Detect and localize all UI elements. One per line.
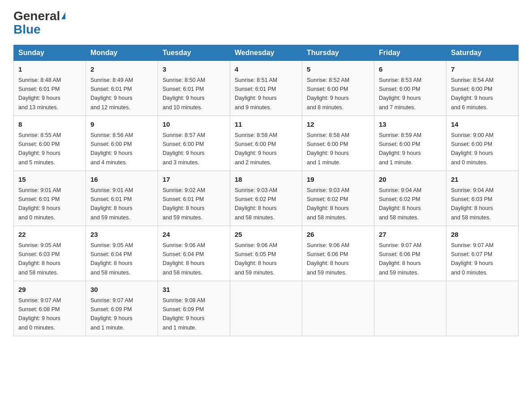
- calendar-cell: 26Sunrise: 9:06 AMSunset: 6:06 PMDayligh…: [302, 226, 374, 281]
- calendar-cell: [374, 281, 446, 336]
- calendar-cell: 25Sunrise: 9:06 AMSunset: 6:05 PMDayligh…: [230, 226, 302, 281]
- day-number: 1: [18, 64, 81, 75]
- calendar-cell: 30Sunrise: 9:07 AMSunset: 6:09 PMDayligh…: [86, 281, 158, 336]
- day-number: 2: [90, 64, 153, 75]
- day-info: Sunrise: 8:55 AMSunset: 6:00 PMDaylight:…: [18, 132, 61, 166]
- day-number: 5: [307, 64, 369, 75]
- logo-triangle-icon: [61, 12, 65, 19]
- day-info: Sunrise: 8:58 AMSunset: 6:00 PMDaylight:…: [235, 132, 277, 166]
- day-number: 15: [18, 175, 81, 185]
- page-header: General Blue: [13, 9, 519, 36]
- day-number: 12: [307, 120, 369, 130]
- calendar-week-row: 15Sunrise: 9:01 AMSunset: 6:01 PMDayligh…: [14, 171, 519, 226]
- day-number: 16: [90, 175, 153, 185]
- day-info: Sunrise: 8:52 AMSunset: 6:00 PMDaylight:…: [307, 77, 349, 111]
- day-info: Sunrise: 9:07 AMSunset: 6:07 PMDaylight:…: [451, 242, 493, 276]
- day-info: Sunrise: 8:51 AMSunset: 6:01 PMDaylight:…: [235, 77, 277, 111]
- calendar-cell: 3Sunrise: 8:50 AMSunset: 6:01 PMDaylight…: [158, 61, 230, 116]
- calendar-cell: 4Sunrise: 8:51 AMSunset: 6:01 PMDaylight…: [230, 61, 302, 116]
- calendar-header-row: SundayMondayTuesdayWednesdayThursdayFrid…: [14, 45, 519, 61]
- calendar-week-row: 1Sunrise: 8:48 AMSunset: 6:01 PMDaylight…: [14, 61, 519, 116]
- calendar-cell: 21Sunrise: 9:04 AMSunset: 6:03 PMDayligh…: [446, 171, 519, 226]
- calendar-cell: 28Sunrise: 9:07 AMSunset: 6:07 PMDayligh…: [446, 226, 519, 281]
- day-number: 23: [90, 230, 153, 240]
- day-info: Sunrise: 8:54 AMSunset: 6:00 PMDaylight:…: [451, 77, 493, 111]
- calendar-cell: 31Sunrise: 9:08 AMSunset: 6:09 PMDayligh…: [158, 281, 230, 336]
- day-info: Sunrise: 9:02 AMSunset: 6:01 PMDaylight:…: [163, 187, 205, 221]
- day-number: 20: [379, 175, 442, 185]
- day-info: Sunrise: 9:06 AMSunset: 6:06 PMDaylight:…: [307, 242, 349, 276]
- col-header-saturday: Saturday: [446, 45, 519, 61]
- day-info: Sunrise: 8:48 AMSunset: 6:01 PMDaylight:…: [18, 77, 61, 111]
- day-number: 29: [18, 285, 81, 295]
- day-info: Sunrise: 9:04 AMSunset: 6:03 PMDaylight:…: [451, 187, 493, 221]
- calendar-cell: 6Sunrise: 8:53 AMSunset: 6:00 PMDaylight…: [374, 61, 446, 116]
- calendar-cell: 9Sunrise: 8:56 AMSunset: 6:00 PMDaylight…: [86, 116, 158, 171]
- day-number: 26: [307, 230, 369, 240]
- day-number: 28: [451, 230, 514, 240]
- calendar-table: SundayMondayTuesdayWednesdayThursdayFrid…: [13, 45, 519, 336]
- day-info: Sunrise: 9:08 AMSunset: 6:09 PMDaylight:…: [163, 297, 205, 331]
- day-number: 24: [163, 230, 225, 240]
- calendar-cell: 2Sunrise: 8:49 AMSunset: 6:01 PMDaylight…: [86, 61, 158, 116]
- day-number: 30: [90, 285, 153, 295]
- calendar-cell: 14Sunrise: 9:00 AMSunset: 6:00 PMDayligh…: [446, 116, 519, 171]
- calendar-cell: [446, 281, 519, 336]
- day-info: Sunrise: 9:07 AMSunset: 6:09 PMDaylight:…: [90, 297, 133, 331]
- day-number: 8: [18, 120, 81, 130]
- day-info: Sunrise: 8:59 AMSunset: 6:00 PMDaylight:…: [379, 132, 421, 166]
- day-number: 25: [235, 230, 297, 240]
- calendar-cell: 7Sunrise: 8:54 AMSunset: 6:00 PMDaylight…: [446, 61, 519, 116]
- calendar-cell: 29Sunrise: 9:07 AMSunset: 6:08 PMDayligh…: [14, 281, 86, 336]
- calendar-cell: 18Sunrise: 9:03 AMSunset: 6:02 PMDayligh…: [230, 171, 302, 226]
- calendar-cell: 11Sunrise: 8:58 AMSunset: 6:00 PMDayligh…: [230, 116, 302, 171]
- calendar-cell: [302, 281, 374, 336]
- day-number: 14: [451, 120, 514, 130]
- day-info: Sunrise: 8:49 AMSunset: 6:01 PMDaylight:…: [90, 77, 133, 111]
- day-info: Sunrise: 9:06 AMSunset: 6:05 PMDaylight:…: [235, 242, 277, 276]
- calendar-week-row: 29Sunrise: 9:07 AMSunset: 6:08 PMDayligh…: [14, 281, 519, 336]
- calendar-cell: 12Sunrise: 8:58 AMSunset: 6:00 PMDayligh…: [302, 116, 374, 171]
- col-header-sunday: Sunday: [14, 45, 86, 61]
- col-header-wednesday: Wednesday: [230, 45, 302, 61]
- day-number: 19: [307, 175, 369, 185]
- day-info: Sunrise: 9:05 AMSunset: 6:03 PMDaylight:…: [18, 242, 61, 276]
- day-number: 3: [163, 64, 225, 75]
- day-info: Sunrise: 8:57 AMSunset: 6:00 PMDaylight:…: [163, 132, 205, 166]
- day-info: Sunrise: 9:01 AMSunset: 6:01 PMDaylight:…: [18, 187, 61, 221]
- col-header-monday: Monday: [86, 45, 158, 61]
- day-number: 21: [451, 175, 514, 185]
- calendar-cell: 16Sunrise: 9:01 AMSunset: 6:01 PMDayligh…: [86, 171, 158, 226]
- calendar-cell: 17Sunrise: 9:02 AMSunset: 6:01 PMDayligh…: [158, 171, 230, 226]
- calendar-cell: 15Sunrise: 9:01 AMSunset: 6:01 PMDayligh…: [14, 171, 86, 226]
- day-number: 6: [379, 64, 442, 75]
- calendar-cell: [230, 281, 302, 336]
- calendar-cell: 1Sunrise: 8:48 AMSunset: 6:01 PMDaylight…: [14, 61, 86, 116]
- day-number: 18: [235, 175, 297, 185]
- day-info: Sunrise: 9:03 AMSunset: 6:02 PMDaylight:…: [307, 187, 349, 221]
- logo: General Blue: [13, 9, 65, 36]
- day-number: 22: [18, 230, 81, 240]
- day-number: 31: [163, 285, 225, 295]
- day-info: Sunrise: 9:03 AMSunset: 6:02 PMDaylight:…: [235, 187, 277, 221]
- calendar-cell: 22Sunrise: 9:05 AMSunset: 6:03 PMDayligh…: [14, 226, 86, 281]
- day-number: 27: [379, 230, 442, 240]
- calendar-cell: 8Sunrise: 8:55 AMSunset: 6:00 PMDaylight…: [14, 116, 86, 171]
- day-info: Sunrise: 9:07 AMSunset: 6:06 PMDaylight:…: [379, 242, 421, 276]
- day-info: Sunrise: 8:58 AMSunset: 6:00 PMDaylight:…: [307, 132, 349, 166]
- day-number: 13: [379, 120, 442, 130]
- day-info: Sunrise: 9:04 AMSunset: 6:02 PMDaylight:…: [379, 187, 421, 221]
- calendar-cell: 19Sunrise: 9:03 AMSunset: 6:02 PMDayligh…: [302, 171, 374, 226]
- calendar-cell: 24Sunrise: 9:06 AMSunset: 6:04 PMDayligh…: [158, 226, 230, 281]
- day-info: Sunrise: 9:07 AMSunset: 6:08 PMDaylight:…: [18, 297, 61, 331]
- day-number: 7: [451, 64, 514, 75]
- day-info: Sunrise: 8:53 AMSunset: 6:00 PMDaylight:…: [379, 77, 421, 111]
- day-number: 9: [90, 120, 153, 130]
- calendar-cell: 20Sunrise: 9:04 AMSunset: 6:02 PMDayligh…: [374, 171, 446, 226]
- day-info: Sunrise: 9:06 AMSunset: 6:04 PMDaylight:…: [163, 242, 205, 276]
- col-header-friday: Friday: [374, 45, 446, 61]
- logo-blue-text: Blue: [13, 23, 41, 36]
- calendar-week-row: 8Sunrise: 8:55 AMSunset: 6:00 PMDaylight…: [14, 116, 519, 171]
- calendar-cell: 5Sunrise: 8:52 AMSunset: 6:00 PMDaylight…: [302, 61, 374, 116]
- day-number: 4: [235, 64, 297, 75]
